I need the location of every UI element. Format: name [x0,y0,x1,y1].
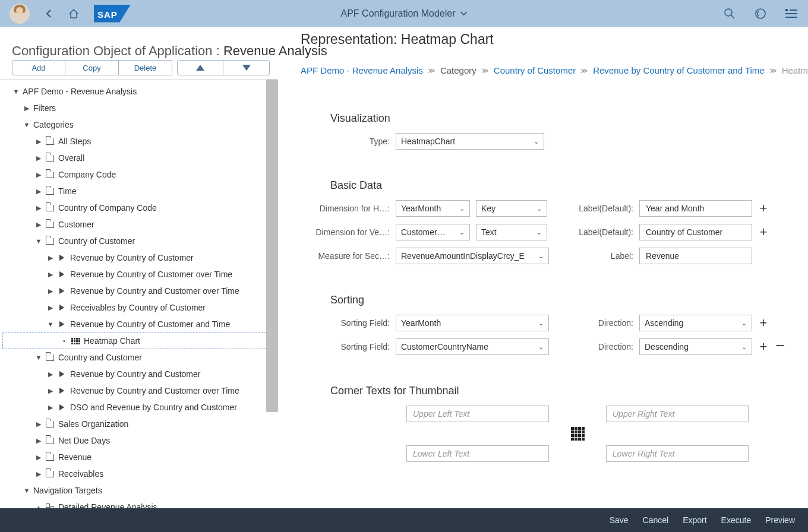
expand-toggle[interactable]: ▶ [34,204,43,212]
tree-category[interactable]: ▶Time [0,183,278,200]
cancel-button[interactable]: Cancel [643,515,669,525]
folder-icon [45,170,55,179]
expand-toggle[interactable]: ▶ [34,420,43,428]
shell-title[interactable]: APF Configuration Modeler [341,8,468,19]
tree-step[interactable]: ▼Revenue by Country of Customer and Time [0,316,278,332]
corner-upper-left-input[interactable] [406,406,549,422]
dim-h-format-select[interactable]: Key⌄ [476,200,547,217]
expand-toggle[interactable]: ▶ [34,188,43,195]
expand-toggle[interactable]: ▶ [23,104,31,112]
dim-h-labeltext-input[interactable] [639,200,752,217]
expand-toggle[interactable]: ▼ [46,321,55,328]
expand-toggle[interactable]: ▶ [34,454,43,461]
sort-field2-select[interactable]: CustomerCountryName⌄ [396,338,549,355]
tree-category[interactable]: ▶Net Due Days [0,432,278,449]
expand-toggle[interactable]: ▶ [34,470,43,478]
back-icon[interactable] [42,7,56,21]
expand-toggle[interactable]: ▶ [46,287,55,295]
expand-toggle[interactable]: ▶ [46,304,55,312]
tree-category[interactable]: ▶Overall [0,150,278,166]
tree-category[interactable]: ▶Revenue [0,449,278,466]
expand-toggle[interactable]: ▼ [34,238,43,245]
expand-toggle[interactable]: ▶ [46,271,55,278]
tree-step[interactable]: ▶DSO and Revenue by Country and Customer [0,399,278,416]
tree-root[interactable]: ▼APF Demo - Revenue Analysis [0,83,278,100]
tree-filters[interactable]: ▶Filters [0,100,278,116]
menu-icon[interactable] [784,7,798,21]
tree-category[interactable]: ▶Customer [0,216,278,233]
breadcrumb-link[interactable]: Revenue by Country of Customer and Time [593,65,764,75]
tree-category[interactable]: ▼Country of Customer [0,233,278,249]
corner-lower-left-input[interactable] [406,445,549,462]
expand-toggle[interactable]: ▶ [34,138,43,145]
execute-button[interactable]: Execute [721,515,752,525]
expand-toggle[interactable]: ▶ [46,404,55,411]
expand-toggle[interactable]: ▼ [34,354,43,361]
expand-toggle[interactable]: ▶ [34,437,43,445]
add-button[interactable]: Add [12,60,65,75]
move-down-button[interactable] [223,60,270,75]
chevron-down-icon: ⌄ [741,319,747,327]
tree-step[interactable]: ▶Revenue by Country and Customer [0,366,278,382]
direction2-select[interactable]: Descending⌄ [639,338,752,355]
tree-category[interactable]: ▼Country and Customer [0,349,278,366]
remove-row-button[interactable]: − [775,340,785,352]
folder-icon [45,154,55,162]
save-button[interactable]: Save [610,515,629,525]
tree-nav-targets[interactable]: ▼Navigation Targets [0,482,278,499]
folder-icon [45,453,55,461]
expand-toggle[interactable]: ▶ [46,254,55,262]
dim-v-format-select[interactable]: Text⌄ [476,224,547,240]
dim-v-select[interactable]: Customer…⌄ [396,224,470,240]
expand-toggle[interactable]: ▶ [46,387,55,395]
tree-nav-target[interactable]: •Detailed Revenue Analysis [0,499,278,508]
tree-step[interactable]: ▶Revenue by Country and Customer over Ti… [0,283,278,299]
export-button[interactable]: Export [683,515,706,525]
tree-category[interactable]: ▶Sales Organization [0,416,278,432]
folder-icon [45,420,55,428]
tree-representation-selected[interactable]: • Heatmap Chart [2,332,272,349]
search-icon[interactable] [722,7,737,21]
tree-category[interactable]: ▶Receivables [0,466,278,482]
user-avatar[interactable] [10,4,30,24]
add-row-button[interactable]: + [758,341,769,353]
dim-v-labeltext-input[interactable] [639,224,752,240]
tree-step[interactable]: ▶Revenue by Country of Customer [0,249,278,266]
tree-step[interactable]: ▶Revenue by Country of Customer over Tim… [0,266,278,283]
corner-upper-right-input[interactable] [606,406,749,422]
tree-categories[interactable]: ▼Categories [0,116,278,133]
measure-select[interactable]: RevenueAmountInDisplayCrcy_E⌄ [396,248,549,264]
copilot-icon[interactable] [753,7,768,21]
step-icon [57,287,67,295]
tree-category[interactable]: ▶Country of Company Code [0,200,278,216]
add-row-button[interactable]: + [758,202,769,214]
add-row-button[interactable]: + [758,226,769,238]
delete-button[interactable]: Delete [119,60,172,75]
breadcrumb-link[interactable]: APF Demo - Revenue Analysis [301,65,423,75]
add-row-button[interactable]: + [758,317,769,329]
preview-button[interactable]: Preview [765,515,795,525]
corner-lower-right-input[interactable] [606,445,749,462]
expand-toggle[interactable]: ▶ [34,154,43,162]
measure-labeltext-input[interactable] [639,248,752,264]
move-up-button[interactable] [177,60,223,75]
expand-toggle[interactable]: ▼ [23,487,31,494]
dim-h-select[interactable]: YearMonth⌄ [396,200,470,217]
expand-toggle[interactable]: ▼ [23,121,31,128]
breadcrumb-link[interactable]: Country of Customer [494,65,576,75]
expand-toggle[interactable]: ▶ [34,221,43,229]
tree-step[interactable]: ▶Revenue by Country and Customer over Ti… [0,382,278,399]
folder-icon [45,353,55,362]
direction1-select[interactable]: Ascending⌄ [639,315,752,331]
sort-field1-select[interactable]: YearMonth⌄ [396,315,549,331]
tree-category[interactable]: ▶All Steps [0,133,278,150]
tree-scrollbar[interactable] [266,80,278,412]
home-icon[interactable] [67,7,81,21]
copy-button[interactable]: Copy [65,60,119,75]
type-select[interactable]: HeatmapChart⌄ [396,133,544,150]
expand-toggle[interactable]: ▶ [34,171,43,179]
expand-toggle[interactable]: ▶ [46,370,55,378]
expand-toggle[interactable]: ▼ [12,88,20,95]
tree-step[interactable]: ▶Receivables by Country of Customer [0,299,278,316]
tree-category[interactable]: ▶Company Code [0,166,278,183]
